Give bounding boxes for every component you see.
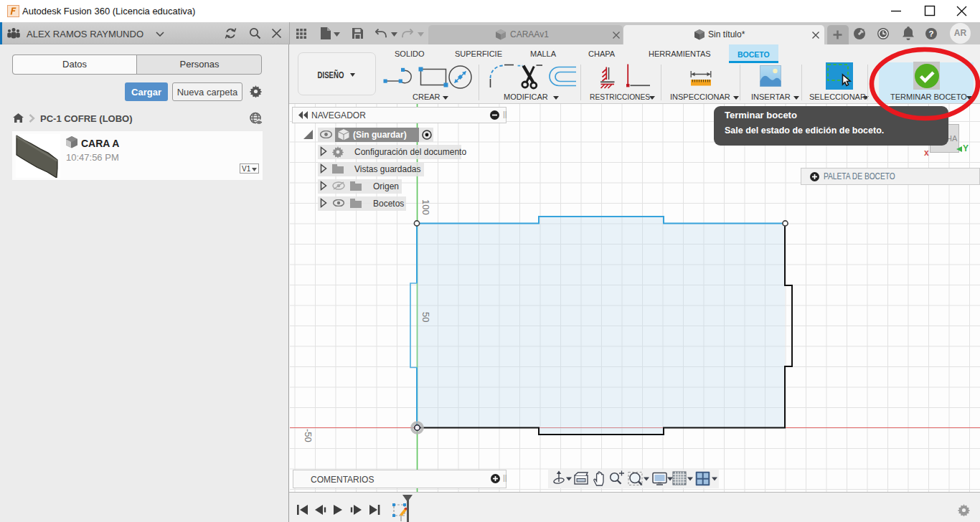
svg-text:100: 100 bbox=[420, 199, 431, 215]
svg-text:50: 50 bbox=[420, 312, 431, 322]
svg-text:-50: -50 bbox=[303, 429, 314, 442]
svg-text:?: ? bbox=[928, 29, 933, 38]
